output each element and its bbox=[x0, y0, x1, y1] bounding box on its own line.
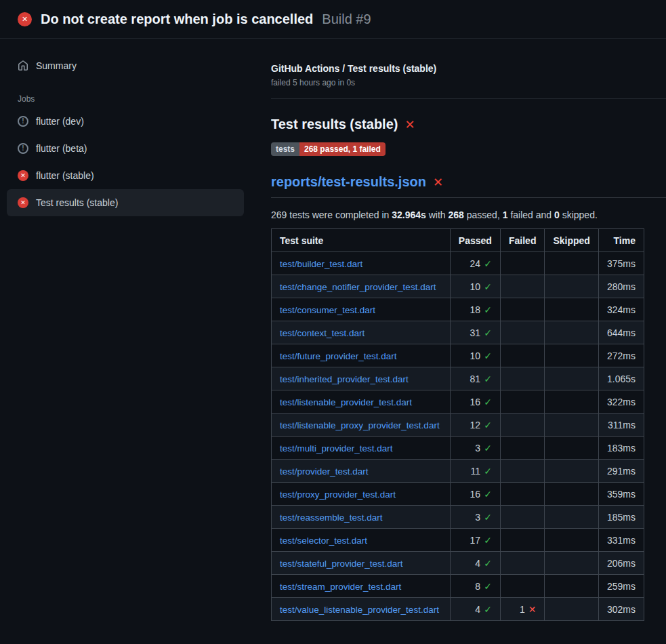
x-icon: ✕ bbox=[528, 604, 537, 615]
check-icon: ✓ bbox=[484, 304, 492, 315]
check-icon: ✓ bbox=[484, 443, 492, 454]
failed-count: 1 bbox=[520, 604, 525, 615]
test-suite-link[interactable]: test/selector_test.dart bbox=[280, 536, 367, 546]
test-suite-link[interactable]: test/stateful_provider_test.dart bbox=[280, 559, 403, 569]
time-value: 311ms bbox=[598, 414, 644, 437]
table-row: test/future_provider_test.dart 10✓ ✕ 272… bbox=[272, 344, 644, 367]
test-suite-link[interactable]: test/proxy_provider_test.dart bbox=[280, 489, 396, 500]
test-suite-link[interactable]: test/multi_provider_test.dart bbox=[280, 443, 393, 454]
passed-count: 16 bbox=[470, 489, 481, 500]
failed-status-icon: ✕ bbox=[18, 12, 32, 26]
test-results-table: Test suite Passed Failed Skipped Time te… bbox=[271, 228, 644, 621]
passed-count: 12 bbox=[470, 420, 481, 430]
time-value: 322ms bbox=[598, 390, 644, 414]
sidebar-item-flutter-beta[interactable]: ! flutter (beta) bbox=[7, 135, 244, 162]
summary-sentence: 269 tests were completed in 32.964s with… bbox=[271, 209, 666, 220]
main-content: GitHub Actions / Test results (stable) f… bbox=[271, 39, 666, 644]
table-row: test/consumer_test.dart 18✓ ✕ 324ms bbox=[272, 298, 644, 321]
table-row: test/change_notifier_provider_test.dart … bbox=[272, 275, 644, 298]
passed-count: 4 bbox=[475, 558, 480, 569]
time-value: 375ms bbox=[598, 252, 644, 275]
test-suite-link[interactable]: test/context_test.dart bbox=[280, 328, 365, 338]
test-suite-link[interactable]: test/builder_test.dart bbox=[280, 259, 362, 269]
time-value: 259ms bbox=[598, 575, 644, 598]
table-row: test/value_listenable_provider_test.dart… bbox=[272, 598, 644, 621]
col-header-test-suite: Test suite bbox=[272, 229, 451, 252]
time-value: 183ms bbox=[598, 437, 644, 460]
passed-count: 3 bbox=[475, 443, 480, 454]
sidebar-item-label: Test results (stable) bbox=[36, 197, 118, 208]
test-suite-link[interactable]: test/future_provider_test.dart bbox=[280, 351, 397, 361]
passed-count: 10 bbox=[470, 281, 481, 292]
test-suite-link[interactable]: test/value_listenable_provider_test.dart bbox=[280, 605, 439, 615]
passed-count: 4 bbox=[475, 604, 480, 615]
col-header-passed: Passed bbox=[450, 229, 500, 252]
passed-count: 16 bbox=[470, 397, 481, 407]
check-icon: ✓ bbox=[484, 604, 492, 615]
table-row: test/listenable_provider_test.dart 16✓ ✕… bbox=[272, 390, 644, 414]
table-row: test/proxy_provider_test.dart 16✓ ✕ 359m… bbox=[272, 483, 644, 506]
check-icon: ✓ bbox=[484, 558, 492, 569]
check-icon: ✓ bbox=[484, 420, 492, 430]
test-suite-link[interactable]: test/reassemble_test.dart bbox=[280, 512, 383, 523]
failed-x-icon: ✕ bbox=[433, 176, 443, 188]
run-status-line: failed 5 hours ago in 0s bbox=[271, 78, 666, 87]
sidebar-item-label: Summary bbox=[36, 60, 77, 71]
test-suite-link[interactable]: test/provider_test.dart bbox=[280, 466, 369, 477]
col-header-skipped: Skipped bbox=[545, 229, 598, 252]
sidebar-item-label: flutter (beta) bbox=[36, 143, 87, 154]
time-value: 302ms bbox=[598, 598, 644, 621]
time-value: 1.065s bbox=[598, 367, 644, 390]
test-suite-link[interactable]: test/listenable_provider_test.dart bbox=[280, 397, 412, 407]
test-suite-link[interactable]: test/listenable_proxy_provider_test.dart bbox=[280, 420, 440, 430]
report-heading: reports/test-results.json ✕ bbox=[271, 174, 666, 198]
time-value: 280ms bbox=[598, 275, 644, 298]
table-row: test/stateful_provider_test.dart 4✓ ✕ 20… bbox=[272, 552, 644, 575]
time-value: 644ms bbox=[598, 321, 644, 344]
report-file-link[interactable]: reports/test-results.json bbox=[271, 174, 426, 190]
table-row: test/selector_test.dart 17✓ ✕ 331ms bbox=[272, 529, 644, 552]
table-row: test/context_test.dart 31✓ ✕ 644ms bbox=[272, 321, 644, 344]
passed-count: 3 bbox=[475, 512, 480, 523]
sidebar-item-label: flutter (dev) bbox=[36, 116, 84, 127]
check-icon: ✓ bbox=[484, 327, 492, 338]
breadcrumb: GitHub Actions / Test results (stable) bbox=[271, 63, 666, 74]
check-icon: ✓ bbox=[484, 374, 492, 384]
sidebar-item-summary[interactable]: Summary bbox=[7, 52, 244, 79]
sidebar-item-test-results-stable[interactable]: ✕ Test results (stable) bbox=[7, 189, 244, 216]
passed-count: 24 bbox=[470, 258, 481, 269]
badge-label: tests bbox=[271, 142, 299, 156]
table-row: test/stream_provider_test.dart 8✓ ✕ 259m… bbox=[272, 575, 644, 598]
page-body: Summary Jobs ! flutter (dev) ! flutter (… bbox=[0, 39, 666, 644]
check-icon: ✓ bbox=[484, 581, 492, 592]
check-icon: ✓ bbox=[484, 489, 492, 500]
cancelled-icon: ! bbox=[18, 143, 28, 154]
test-suite-link[interactable]: test/change_notifier_provider_test.dart bbox=[280, 282, 436, 292]
badge-value: 268 passed, 1 failed bbox=[299, 142, 386, 156]
sidebar: Summary Jobs ! flutter (dev) ! flutter (… bbox=[0, 39, 271, 644]
col-header-time: Time bbox=[598, 229, 644, 252]
test-suite-link[interactable]: test/consumer_test.dart bbox=[280, 305, 375, 315]
table-row: test/multi_provider_test.dart 3✓ ✕ 183ms bbox=[272, 437, 644, 460]
passed-count: 31 bbox=[470, 327, 481, 338]
sidebar-item-flutter-stable[interactable]: ✕ flutter (stable) bbox=[7, 162, 244, 189]
passed-count: 11 bbox=[471, 466, 481, 477]
time-value: 291ms bbox=[598, 460, 644, 483]
time-value: 331ms bbox=[598, 529, 644, 552]
time-value: 272ms bbox=[598, 344, 644, 367]
check-icon: ✓ bbox=[484, 258, 492, 269]
passed-count: 8 bbox=[475, 581, 480, 592]
test-suite-link[interactable]: test/inherited_provider_test.dart bbox=[280, 374, 409, 384]
table-header-row: Test suite Passed Failed Skipped Time bbox=[272, 229, 644, 252]
passed-count: 81 bbox=[470, 374, 481, 384]
test-suite-link[interactable]: test/stream_provider_test.dart bbox=[280, 582, 401, 592]
time-value: 206ms bbox=[598, 552, 644, 575]
cancelled-icon: ! bbox=[18, 116, 28, 127]
section-title: Test results (stable) ✕ bbox=[271, 117, 666, 132]
sidebar-item-flutter-dev[interactable]: ! flutter (dev) bbox=[7, 108, 244, 135]
build-number: Build #9 bbox=[322, 12, 371, 27]
table-row: test/listenable_proxy_provider_test.dart… bbox=[272, 414, 644, 437]
failed-icon: ✕ bbox=[18, 170, 28, 181]
passed-count: 10 bbox=[470, 350, 481, 361]
table-row: test/reassemble_test.dart 3✓ ✕ 185ms bbox=[272, 506, 644, 529]
